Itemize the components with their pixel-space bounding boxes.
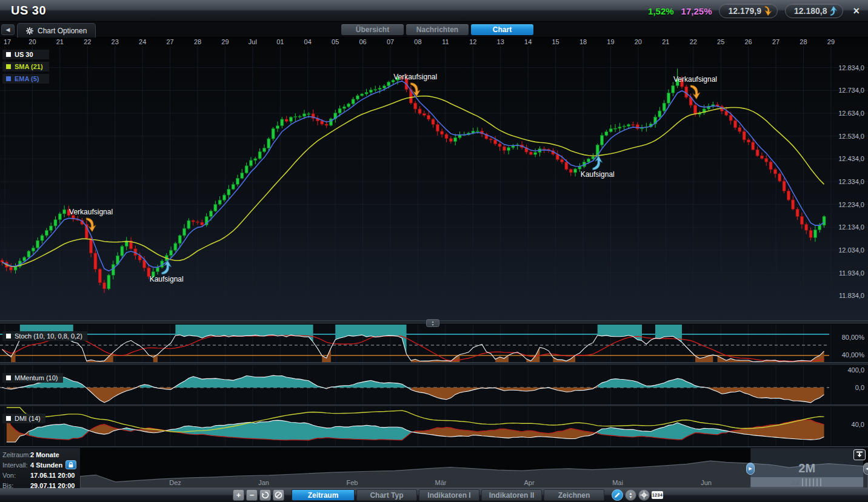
candle-body: [756, 150, 759, 156]
candle-body: [241, 173, 244, 179]
zoom-in-button[interactable]: +: [233, 489, 244, 501]
toolbar-tab-zeitraum[interactable]: Zeitraum: [292, 489, 355, 501]
candle-body: [769, 162, 772, 170]
candle-body: [627, 125, 630, 126]
cancel-button[interactable]: [273, 489, 284, 501]
tab-chart[interactable]: Chart: [471, 24, 533, 35]
toolbar-tab-indikatoren-2[interactable]: Indikatoren II: [481, 489, 542, 501]
toolbar-tab-chart-typ[interactable]: Chart Typ: [356, 489, 417, 501]
buy-price-value: 12.180,8: [794, 6, 827, 16]
candle-body: [441, 131, 444, 134]
chart-area[interactable]: 172021222324272829Jul0104050607081112131…: [0, 38, 868, 448]
candle-body: [121, 246, 124, 256]
crosshair-button[interactable]: [638, 489, 650, 501]
candle-body: [325, 124, 328, 125]
candle-body: [561, 159, 564, 162]
momentum-indicator-label: MMentum (10): [2, 373, 63, 383]
navigator-month-label: Jan: [258, 479, 269, 486]
tab-uebersicht[interactable]: Übersicht: [341, 24, 404, 35]
candle-body: [156, 267, 159, 271]
numbers-icon: 1234: [652, 491, 663, 499]
pane-splitter-button[interactable]: ▲ ▼: [426, 319, 439, 327]
candle-body: [587, 159, 590, 162]
candle-body: [663, 103, 666, 111]
candle-body: [494, 140, 497, 144]
date-axis-label: 21: [662, 38, 669, 45]
indicator-name: MMentum (10): [15, 374, 58, 381]
values-display-button[interactable]: 1234: [652, 489, 663, 501]
tab-nachrichten[interactable]: Nachrichten: [406, 24, 469, 35]
toolbar-tab-zeichnen[interactable]: Zeichnen: [544, 489, 604, 501]
candle-body: [174, 243, 177, 250]
date-axis-label: 29: [827, 38, 835, 45]
price-axis-label: 12.034,0: [838, 246, 864, 254]
candle-body: [321, 121, 324, 124]
candle-body: [223, 195, 226, 200]
date-axis-label: 21: [56, 38, 64, 45]
price-axis-label: 12.134,0: [838, 223, 864, 231]
toolbar-tab-indikatoren-1[interactable]: Indikatoren I: [419, 489, 479, 501]
candle-body: [614, 128, 617, 129]
indicator-name: Stoch (10, 10, 0,8, 0,2): [15, 332, 82, 340]
scale-toggle-button[interactable]: ▲▼: [625, 489, 636, 501]
price-axis-label: 11.934,0: [839, 269, 864, 277]
download-icon: [856, 451, 863, 458]
draw-pencil-button[interactable]: [612, 489, 623, 501]
selection-left-handle[interactable]: ▶: [746, 463, 755, 475]
dmi-level-label: 40,0: [852, 421, 864, 428]
date-axis-label: 15: [552, 38, 559, 45]
price-axis-label: 12.234,0: [838, 201, 864, 208]
navigator-month-label: Dez: [169, 479, 181, 486]
export-button[interactable]: [853, 449, 866, 460]
candle-body: [565, 162, 568, 170]
candle-body: [352, 99, 355, 104]
candle-body: [178, 236, 181, 243]
candle-body: [382, 86, 386, 88]
handle-left-arrow-icon: ◀: [866, 466, 868, 471]
main-chart-svg[interactable]: 172021222324272829Jul0104050607081112131…: [0, 38, 868, 448]
momentum-level-label: 400,0: [847, 366, 864, 374]
chart-options-label: Chart Optionen: [38, 27, 87, 35]
selection-right-handle[interactable]: ◀: [863, 463, 868, 475]
sell-price-button[interactable]: 12.179,9: [719, 4, 778, 18]
date-axis-label: 20: [28, 38, 36, 45]
candle-body: [805, 225, 808, 231]
candle-body: [733, 121, 736, 128]
date-axis-label: 17: [4, 38, 11, 45]
price-axis-label: 11.834,0: [839, 292, 864, 299]
gear-icon: [26, 27, 33, 35]
candle-body: [214, 204, 217, 211]
arrow-up-icon: [829, 5, 838, 16]
chart-options-tab[interactable]: Chart Optionen: [17, 23, 96, 38]
candle-body: [307, 114, 310, 114]
candle-body: [249, 160, 252, 166]
candle-body: [94, 253, 97, 269]
interval-lock-button[interactable]: [65, 460, 76, 469]
candle-body: [773, 170, 776, 174]
candle-body: [329, 119, 332, 125]
buy-price-button[interactable]: 12.180,8: [785, 4, 844, 18]
candle-body: [45, 230, 48, 236]
slash-circle-icon: [275, 491, 282, 499]
arrow-down-icon: [764, 5, 772, 16]
candle-body: [765, 159, 768, 162]
change-percent-high: 17,25%: [681, 6, 712, 16]
buy-signal-label: Kaufsignal: [150, 275, 184, 283]
date-axis-label: 18: [579, 38, 587, 45]
collapse-panel-button[interactable]: ◀: [1, 24, 15, 35]
candle-body: [41, 236, 44, 240]
zoom-out-button[interactable]: −: [246, 489, 258, 501]
close-button[interactable]: ×: [850, 5, 862, 16]
candle-body: [476, 131, 479, 131]
refresh-button[interactable]: [259, 489, 271, 501]
stoch-indicator-label: Stoch (10, 10, 0,8, 0,2): [2, 331, 87, 341]
info-value: 2 Monate: [30, 451, 59, 458]
candle-body: [218, 200, 221, 204]
candle-body: [10, 267, 13, 270]
sell-signal-label: Verkaufsignal: [673, 75, 717, 84]
legend-label: US 30: [15, 51, 33, 58]
price-axis-label: 12.334,0: [838, 178, 864, 185]
candle-body: [823, 216, 826, 225]
date-axis-label: 11: [442, 38, 449, 45]
date-axis-label: 22: [84, 38, 91, 45]
